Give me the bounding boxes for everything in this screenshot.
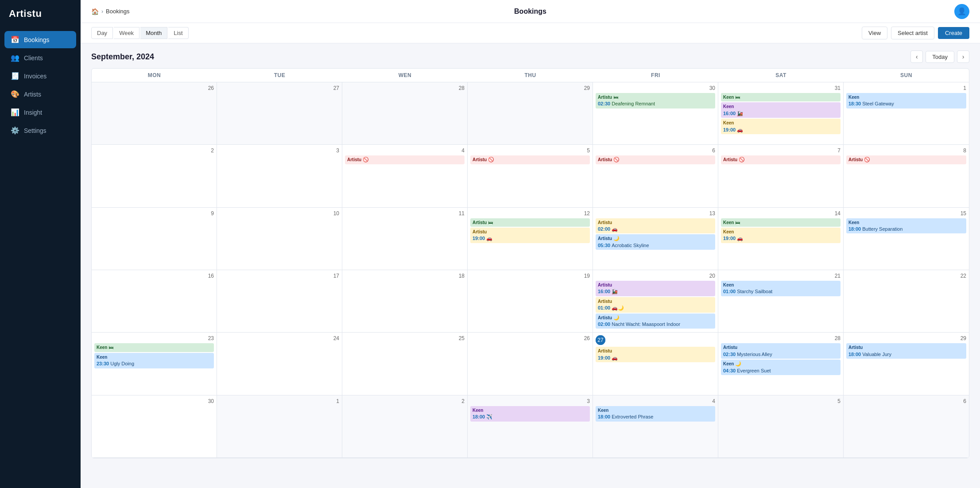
list-item[interactable]: Artistu 🚫 (846, 155, 966, 164)
home-icon[interactable]: 🏠 (91, 8, 99, 15)
list-item[interactable]: Keen 18:00 Buttery Separation (846, 218, 966, 234)
calendar-cell[interactable]: 21Keen 01:00 Starchy Sailboat (718, 270, 844, 333)
next-month-button[interactable]: › (957, 50, 969, 63)
calendar-cell[interactable]: 26 (468, 333, 593, 395)
calendar-cell[interactable]: 12Artistu 🛏Artistu 19:00 🚗 (468, 208, 593, 270)
select-artist-button[interactable]: Select artist (891, 27, 934, 39)
sidebar-item-label: Clients (24, 54, 43, 62)
calendar-cell[interactable]: 4Artistu 🚫 (342, 145, 468, 207)
calendar-cell[interactable]: 16 (92, 270, 217, 333)
cell-date: 6 (846, 398, 966, 404)
calendar-cell[interactable]: 31Keen 🛏Keen 16:00 🚂Keen 19:00 🚗 (718, 82, 844, 145)
sidebar-item-artists[interactable]: 🎨 Artists (4, 85, 76, 103)
list-item[interactable]: Keen 🛏 (721, 218, 841, 227)
list-item[interactable]: Keen 16:00 🚂 (721, 102, 841, 118)
list-item[interactable]: Artistu 18:00 Valuable Jury (846, 343, 966, 359)
calendar-cell[interactable]: 1Keen 18:30 Steel Gateway (844, 82, 969, 145)
list-item[interactable]: Artistu 19:00 🚗 (596, 347, 715, 362)
calendar-cell[interactable]: 30 (92, 395, 217, 458)
calendar-cell[interactable]: 19 (468, 270, 593, 333)
list-item[interactable]: Artistu 01:00 🚗🌙 (596, 297, 715, 313)
list-item[interactable]: Artistu 🚫 (721, 155, 841, 164)
list-item[interactable]: Keen 19:00 🚗 (721, 228, 841, 243)
list-item[interactable]: Artistu 02:00 🚗 (596, 218, 715, 234)
view-button[interactable]: View (862, 27, 887, 39)
calendar-cell[interactable]: 20Artistu 16:00 🚂Artistu 01:00 🚗🌙Artistu… (593, 270, 718, 333)
calendar-cell[interactable]: 18 (342, 270, 468, 333)
calendar-cell[interactable]: 30Artistu 🛏 02:30 Deafening Remnant (593, 82, 718, 145)
list-item[interactable]: Artistu 🚫 (345, 155, 465, 164)
calendar-cell[interactable]: 27 (217, 82, 342, 145)
list-item[interactable]: Artistu 🌙 02:00 Nacht Wacht: Maaspoort I… (596, 314, 715, 329)
list-item[interactable]: Keen 🛏 (94, 343, 214, 352)
calendar-cell[interactable]: 29 (468, 82, 593, 145)
list-item[interactable]: Keen 18:00 ✈️ (470, 406, 590, 422)
sidebar-item-label: Settings (24, 127, 46, 134)
cell-date: 29 (846, 335, 966, 341)
list-item[interactable]: Artistu 02:30 Mysterious Alley (721, 343, 841, 359)
calendar-cell[interactable]: 24 (217, 333, 342, 395)
list-item[interactable]: Keen 23:30 Ugly Doing (94, 353, 214, 368)
calendar-cell[interactable]: 2 (342, 395, 468, 458)
calendar-cell[interactable]: 1 (217, 395, 342, 458)
day-header-sun: SUN (844, 69, 969, 82)
sidebar-item-invoices[interactable]: 🧾 Invoices (4, 67, 76, 85)
calendar-cell[interactable]: 13Artistu 02:00 🚗Artistu 🌙 05:30 Acrobat… (593, 208, 718, 270)
list-item[interactable]: Artistu 🛏 02:30 Deafening Remnant (596, 93, 715, 108)
calendar-cell[interactable]: 7Artistu 🚫 (718, 145, 844, 207)
list-item[interactable]: Artistu 🌙 05:30 Acrobatic Skyline (596, 234, 715, 250)
cell-date: 22 (846, 273, 966, 279)
calendar-cell[interactable]: 5 (718, 395, 844, 458)
calendar-cell[interactable]: 9 (92, 208, 217, 270)
list-item[interactable]: Artistu 🚫 (596, 155, 715, 164)
cell-date: 11 (345, 210, 465, 217)
calendar-cell[interactable]: 28 (342, 82, 468, 145)
calendar-cell[interactable]: 4Keen 18:00 Extroverted Phrase (593, 395, 718, 458)
calendar-cell[interactable]: 11 (342, 208, 468, 270)
calendar-cell[interactable]: 17 (217, 270, 342, 333)
cell-date: 30 (596, 85, 715, 91)
calendar-cell[interactable]: 14Keen 🛏Keen 19:00 🚗 (718, 208, 844, 270)
avatar[interactable]: 👤 (954, 4, 969, 19)
calendar-cell[interactable]: 8Artistu 🚫 (844, 145, 969, 207)
sidebar-item-clients[interactable]: 👥 Clients (4, 49, 76, 66)
cell-date: 3 (470, 398, 590, 404)
tab-week[interactable]: Week (114, 27, 139, 39)
calendar-cell[interactable]: 26 (92, 82, 217, 145)
list-item[interactable]: Artistu 🚫 (470, 155, 590, 164)
list-item[interactable]: Keen 18:00 Extroverted Phrase (596, 406, 715, 422)
tab-day[interactable]: Day (91, 27, 113, 39)
tab-month[interactable]: Month (140, 27, 167, 39)
sidebar-item-bookings[interactable]: 📅 Bookings (4, 31, 76, 48)
calendar-cell[interactable]: 28Artistu 02:30 Mysterious AlleyKeen 🌙 0… (718, 333, 844, 395)
calendar-cell[interactable]: 3Keen 18:00 ✈️ (468, 395, 593, 458)
today-button[interactable]: Today (926, 51, 954, 63)
list-item[interactable]: Keen 🛏 (721, 93, 841, 101)
calendar-cell[interactable]: 5Artistu 🚫 (468, 145, 593, 207)
calendar-cell[interactable]: 22 (844, 270, 969, 333)
calendar-cell[interactable]: 6Artistu 🚫 (593, 145, 718, 207)
calendar-cell[interactable]: 23Keen 🛏Keen 23:30 Ugly Doing (92, 333, 217, 395)
sidebar-item-label: Artists (24, 91, 41, 98)
header-right: 👤 (954, 4, 969, 19)
sidebar-item-insight[interactable]: 📊 Insight (4, 104, 76, 121)
list-item[interactable]: Keen 18:30 Steel Gateway (846, 93, 966, 108)
list-item[interactable]: Keen 🌙 04:30 Evergreen Suet (721, 360, 841, 375)
list-item[interactable]: Artistu 🛏 (470, 218, 590, 227)
list-item[interactable]: Artistu 19:00 🚗 (470, 228, 590, 243)
calendar-cell[interactable]: 2 (92, 145, 217, 207)
list-item[interactable]: Keen 19:00 🚗 (721, 119, 841, 134)
create-button[interactable]: Create (938, 27, 969, 39)
list-item[interactable]: Artistu 16:00 🚂 (596, 281, 715, 296)
calendar-cell[interactable]: 29Artistu 18:00 Valuable Jury (844, 333, 969, 395)
tab-list[interactable]: List (168, 27, 188, 39)
calendar-cell[interactable]: 6 (844, 395, 969, 458)
calendar-cell[interactable]: 25 (342, 333, 468, 395)
calendar-cell[interactable]: 27Artistu 19:00 🚗 (593, 333, 718, 395)
calendar-cell[interactable]: 10 (217, 208, 342, 270)
sidebar-item-settings[interactable]: ⚙️ Settings (4, 122, 76, 139)
calendar-cell[interactable]: 3 (217, 145, 342, 207)
calendar-cell[interactable]: 15Keen 18:00 Buttery Separation (844, 208, 969, 270)
prev-month-button[interactable]: ‹ (910, 50, 923, 63)
list-item[interactable]: Keen 01:00 Starchy Sailboat (721, 281, 841, 296)
